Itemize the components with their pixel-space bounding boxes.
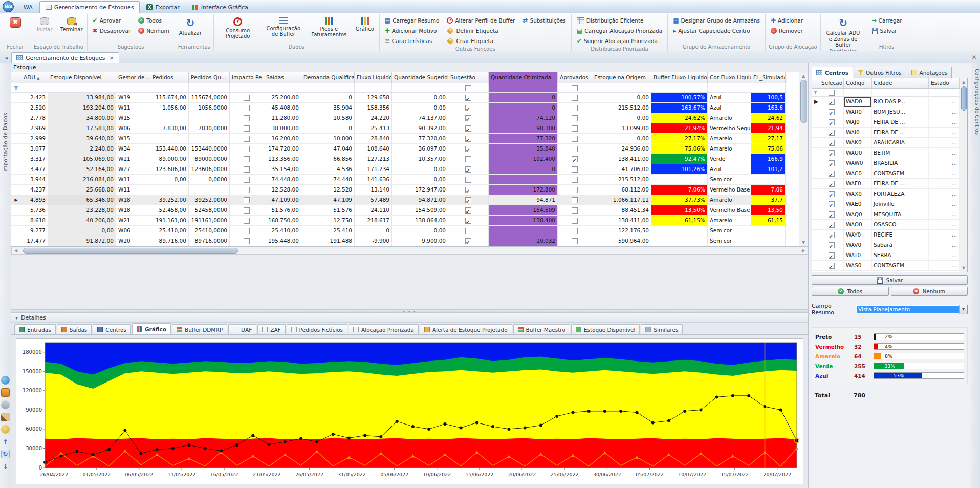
grid-horizontal-scrollbar[interactable] — [11, 247, 808, 255]
remover-button[interactable]: Remover — [768, 26, 806, 35]
filter-cell[interactable] — [189, 83, 230, 92]
alterar-perfil-buffer-button[interactable]: Alterar Perfil de Buffer — [444, 16, 518, 25]
desaprovar-button[interactable]: Desaprovar — [90, 26, 134, 35]
centro-row[interactable]: WAI0 FEIRA DE ... ... — [812, 128, 960, 138]
detalhes-tab[interactable]: Buffer DDMRP — [172, 324, 227, 334]
column-header-estado[interactable]: Estado — [929, 78, 960, 89]
checkbox-aprovados[interactable] — [572, 95, 578, 101]
filter-cell[interactable] — [489, 83, 558, 92]
column-header-quantidade-sugerida[interactable]: Quantidade Sugerida — [392, 72, 448, 83]
estoque-row[interactable]: 2.969 17.583,00 W06 7.830,00 7830,0000 3… — [11, 123, 787, 134]
filter-cell[interactable] — [651, 83, 708, 92]
checkbox-selecao[interactable] — [829, 191, 835, 197]
checkbox-sugestao[interactable] — [465, 187, 471, 193]
estoque-row[interactable]: 2.423 13.984,00 W19 115.674,00 115674,00… — [11, 93, 787, 103]
cell-estado[interactable]: ... — [929, 199, 960, 209]
centro-row[interactable]: ▶ WAD0 RIO DAS P... ... — [812, 97, 960, 107]
cell-estado[interactable]: ... — [929, 138, 960, 148]
checkbox-selecao[interactable] — [829, 171, 835, 177]
checkbox-selecao[interactable] — [829, 99, 835, 105]
adicionar-motivo-button[interactable]: Adicionar Motivo — [382, 26, 443, 35]
app-logo[interactable]: WA — [3, 1, 14, 12]
filter-cell[interactable] — [751, 83, 786, 92]
checkbox-sugestao[interactable] — [465, 238, 471, 244]
cell-estado[interactable]: ... — [929, 97, 960, 107]
checkbox-selecao[interactable] — [829, 201, 835, 207]
aprovar-button[interactable]: Aprovar — [90, 16, 134, 25]
checkbox-sugestao[interactable] — [465, 207, 471, 214]
filter-cell[interactable] — [301, 83, 355, 92]
carregar-resumo-button[interactable]: Carregar Resumo — [382, 16, 443, 25]
column-header-fluxo-liquido[interactable]: Fluxo Líquido — [355, 72, 392, 83]
checkbox-sugestao[interactable] — [465, 156, 471, 162]
carregar-alocacao-button[interactable]: Carregar Alocação Priorizada — [574, 26, 665, 35]
filter-cell[interactable] — [592, 83, 651, 92]
centro-row[interactable]: WAF0 FEIRA DE ... ... — [812, 179, 960, 189]
sync-icon[interactable] — [1, 450, 10, 458]
close-pane-button[interactable]: × — [971, 53, 977, 61]
estoque-row[interactable]: 3.477 52.164,00 W27 123.606,00 123606,00… — [11, 164, 787, 175]
checkbox-impacto[interactable] — [244, 187, 250, 193]
cell-estado[interactable]: ... — [929, 128, 960, 138]
column-header-adu[interactable]: ADU — [21, 72, 48, 83]
importacao-dados-tab[interactable]: Importação de Dados — [3, 113, 8, 173]
distribuicao-eficiente-button[interactable]: Distribuição Eficiente — [574, 16, 665, 25]
column-header-gestor[interactable]: Gestor de ... — [116, 72, 150, 83]
checkbox-selecao[interactable] — [829, 160, 835, 166]
checkbox-sugestao[interactable] — [465, 95, 471, 101]
centro-row[interactable]: WAU0 BETIM ... — [812, 148, 960, 158]
cell-estado[interactable]: ... — [929, 209, 960, 220]
nenhum-button[interactable]: Nenhum — [135, 26, 172, 35]
scroll-left-icon[interactable] — [12, 247, 20, 254]
picos-faturamentos-button[interactable]: Picos e Faturamentos — [307, 15, 351, 44]
centro-row[interactable]: WAT0 SERRA ... — [812, 250, 960, 261]
ribbon-tab-exportar[interactable]: Exportar — [140, 1, 185, 13]
detalhes-tab[interactable]: Pedidos Fictícios — [287, 324, 347, 334]
column-header-aprovados[interactable]: Aprovados — [558, 72, 592, 83]
checkbox-impacto[interactable] — [244, 228, 250, 234]
centro-row[interactable]: WAC0 CONTAGEM ... — [812, 168, 960, 179]
ribbon-tab-wa[interactable]: WA — [17, 1, 39, 13]
estoque-row[interactable]: 2.999 39.640,00 W15 16.200,00 10.800 28.… — [11, 134, 787, 144]
detalhes-tab[interactable]: Alocação Priorizada — [349, 324, 419, 334]
checkbox-aprovados[interactable] — [572, 238, 578, 244]
estoque-row[interactable]: ▶ 4.893 65.346,00 W18 39.252,00 39252,00… — [11, 195, 787, 205]
cell-estado[interactable]: ... — [929, 107, 960, 117]
checkbox-impacto[interactable] — [244, 238, 250, 244]
estoque-row[interactable]: 2.778 34.800,00 W15 11.280,00 10.580 24.… — [11, 113, 787, 123]
estoque-row[interactable]: 2.520 193.204,00 W11 1.056,00 1056,0000 … — [11, 103, 787, 113]
centro-row[interactable]: WAY0 RECIFE ... — [812, 230, 960, 240]
filter-funnel-icon[interactable] — [14, 86, 19, 90]
ribbon-tab-interface-grafica[interactable]: Interface Gráfica — [186, 1, 254, 13]
filter-cell[interactable] — [872, 89, 929, 97]
sugerir-alocacao-button[interactable]: Sugerir Alocação Priorizada — [574, 36, 665, 46]
salvar-button[interactable]: Salvar — [812, 275, 968, 285]
substituicoes-button[interactable]: Substituições — [519, 16, 569, 25]
dropdown-arrow-icon[interactable] — [959, 305, 967, 314]
configuracoes-centros-tab[interactable]: Configurações de Centros — [971, 69, 980, 135]
column-header-quantidade-otimizada[interactable]: Quantidade Otimizada — [489, 72, 558, 83]
checkbox-sugestao[interactable] — [465, 197, 471, 203]
tab-anotacoes[interactable]: Anotações — [907, 67, 952, 78]
consumo-projetado-button[interactable]: Consumo Projetado — [216, 15, 260, 44]
todos-button[interactable]: Todos — [135, 16, 172, 25]
grafico-button[interactable]: Gráfico — [353, 15, 377, 44]
filter-cell[interactable] — [264, 83, 301, 92]
checkbox-impacto[interactable] — [244, 156, 250, 162]
estoque-row[interactable]: 9.277 0,00 W06 25.410,00 25410,0000 25.4… — [11, 226, 787, 236]
definir-etiqueta-button[interactable]: Definir Etiqueta — [444, 26, 518, 35]
cell-estado[interactable]: ... — [929, 179, 960, 189]
checkbox-selecao[interactable] — [829, 119, 835, 125]
column-header-sugestao[interactable]: Sugestão — [448, 72, 489, 83]
cell-estado[interactable]: ... — [929, 220, 960, 230]
checkbox-aprovados[interactable] — [572, 166, 578, 173]
calcular-adu-button[interactable]: Calcular ADU e Zonas de Buffer — [823, 15, 864, 48]
configuracao-buffer-button[interactable]: Configuração de Buffer — [262, 15, 306, 44]
checkbox-aprovados[interactable] — [572, 105, 578, 111]
designar-grupo-armazens-button[interactable]: Designar Grupo de Armazéns — [670, 16, 763, 25]
scroll-down-icon[interactable] — [960, 264, 967, 272]
todos-centros-button[interactable]: Todos — [812, 287, 889, 296]
filter-cell[interactable] — [929, 89, 960, 97]
estoque-row[interactable]: 4.237 25.668,00 W11 12.528,00 12.528 13.… — [11, 185, 787, 195]
estoque-row[interactable]: 3.944 216.084,00 W11 0,00 0,0000 74.448,… — [11, 175, 787, 185]
